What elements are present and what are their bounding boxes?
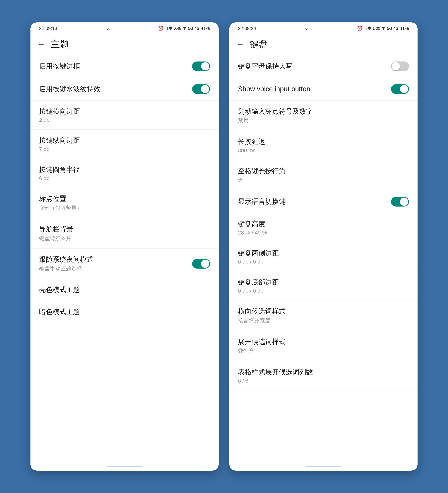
setting-label-keyboard-side-margin: 键盘两侧边距 xyxy=(238,249,409,258)
toggle-caps-lock[interactable] xyxy=(391,61,409,71)
setting-label-expanded-candidate-style: 展开候选词样式 xyxy=(238,337,409,346)
toggle-knob-follow-system-night xyxy=(201,260,209,268)
setting-text-follow-system-night: 跟随系统夜间模式 覆盖手动主题选择 xyxy=(39,255,192,272)
setting-text-long-press-delay: 长按延迟 300 ms xyxy=(238,137,409,153)
setting-text-key-horizontal-margin: 按键横向边距 2 dp xyxy=(39,107,210,123)
setting-text-horizontal-candidate-style: 横向候选词样式 按需填充宽度 xyxy=(238,307,409,324)
setting-text-enable-key-border: 启用按键边框 xyxy=(39,62,192,71)
back-button-1[interactable]: ← xyxy=(38,40,45,49)
setting-item-expanded-candidate-style[interactable]: 展开候选词样式 弹性盒 xyxy=(229,331,417,361)
setting-text-space-long-press: 空格键长按行为 无 xyxy=(238,167,409,184)
setting-sublabel-key-horizontal-margin: 2 dp xyxy=(39,117,210,123)
setting-item-voice-input-button[interactable]: Show voice input button xyxy=(229,78,417,101)
setting-label-enable-key-ripple: 启用按键水波纹特效 xyxy=(39,85,192,93)
setting-sublabel-keyboard-bottom-margin: 0 dp / 0 dp xyxy=(238,288,409,294)
setting-label-horizontal-candidate-style: 横向候选词样式 xyxy=(238,307,409,316)
status-bar-1: 22:09:13 ○ ⏰ □ ✱ 0.48 ▼ 5G 4G 41% xyxy=(31,22,219,34)
setting-sublabel-key-corner-radius: 6 dp xyxy=(39,175,210,181)
setting-label-keyboard-bottom-margin: 键盘底部边距 xyxy=(238,278,409,287)
setting-text-swipe-input: 划动输入标点符号及数字 禁用 xyxy=(238,107,409,124)
back-button-2[interactable]: ← xyxy=(237,40,244,49)
setting-item-horizontal-candidate-style[interactable]: 横向候选词样式 按需填充宽度 xyxy=(229,301,417,331)
bluetooth-icon: ✱ xyxy=(169,26,173,31)
setting-item-key-corner-radius[interactable]: 按键圆角半径 6 dp xyxy=(31,159,219,188)
time-2: 22:09:24 xyxy=(238,26,256,31)
wifi-icon-2: ▼ xyxy=(381,26,386,31)
setting-label-enable-key-border: 启用按键边框 xyxy=(39,62,192,71)
setting-sublabel-grid-candidate-columns: 6 / 8 xyxy=(238,378,409,384)
setting-item-follow-system-night[interactable]: 跟随系统夜间模式 覆盖手动主题选择 xyxy=(31,249,219,279)
setting-item-caps-lock[interactable]: 键盘字母保持大写 xyxy=(229,55,417,78)
toggle-enable-key-ripple[interactable] xyxy=(192,84,210,94)
setting-item-grid-candidate-columns[interactable]: 表格样式展开候选词列数 6 / 8 xyxy=(229,361,417,390)
setting-sublabel-keyboard-height: 28 % / 49 % xyxy=(238,230,409,236)
setting-label-light-theme: 亮色模式主题 xyxy=(39,285,210,294)
setting-text-expanded-candidate-style: 展开候选词样式 弹性盒 xyxy=(238,337,409,355)
setting-item-dark-theme[interactable]: 暗色模式主题 xyxy=(31,301,219,323)
setting-item-space-long-press[interactable]: 空格键长按行为 无 xyxy=(229,160,417,190)
setting-item-show-lang-switch[interactable]: 显示语言切换键 xyxy=(229,190,417,213)
setting-text-nav-bar-bg: 导航栏背景 键盘背景图片 xyxy=(39,225,210,242)
battery-1: 41% xyxy=(201,26,210,31)
alarm-icon-2: ⏰ xyxy=(357,26,362,31)
setting-item-keyboard-bottom-margin[interactable]: 键盘底部边距 0 dp / 0 dp xyxy=(229,271,417,301)
toggle-knob-enable-key-border xyxy=(201,62,209,70)
top-bar-2: ← 键盘 xyxy=(229,34,417,55)
battery-saver-icon: □ xyxy=(165,26,168,31)
home-indicator-2 xyxy=(306,466,341,467)
notification-icon-2: ○ xyxy=(305,26,308,31)
status-icons-2: ⏰ □ ✱ 1.00 ▼ 5G 4G 41% xyxy=(357,26,409,31)
toggle-knob-show-lang-switch xyxy=(400,198,408,206)
setting-label-voice-input-button: Show voice input button xyxy=(238,85,391,93)
setting-item-long-press-delay[interactable]: 长按延迟 300 ms xyxy=(229,131,417,160)
signal-5g-icon: 5G xyxy=(188,26,193,31)
bottom-bar-2 xyxy=(229,462,417,471)
setting-sublabel-swipe-input: 禁用 xyxy=(238,117,409,124)
signal-4g-icon: 4G xyxy=(195,26,200,31)
home-indicator-1 xyxy=(107,466,142,467)
setting-text-key-vertical-margin: 按键纵向边距 7 dp xyxy=(39,136,210,152)
setting-label-key-corner-radius: 按键圆角半径 xyxy=(39,165,210,174)
status-bar-2: 22:09:24 ○ ⏰ □ ✱ 1.00 ▼ 5G 4G 41% xyxy=(229,22,417,34)
setting-item-keyboard-height[interactable]: 键盘高度 28 % / 49 % xyxy=(229,213,417,242)
setting-sublabel-long-press-delay: 300 ms xyxy=(238,147,409,154)
setting-text-keyboard-bottom-margin: 键盘底部边距 0 dp / 0 dp xyxy=(238,278,409,294)
setting-item-punctuation-position[interactable]: 标点位置 底部（仅限竖屏） xyxy=(31,188,219,218)
toggle-show-lang-switch[interactable] xyxy=(391,197,409,207)
setting-item-key-horizontal-margin[interactable]: 按键横向边距 2 dp xyxy=(31,101,219,130)
setting-item-swipe-input[interactable]: 划动输入标点符号及数字 禁用 xyxy=(229,101,417,131)
battery-2: 41% xyxy=(400,26,409,31)
setting-item-enable-key-border[interactable]: 启用按键边框 xyxy=(31,55,219,78)
alarm-icon: ⏰ xyxy=(158,26,164,31)
settings-list-1: 启用按键边框 启用按键水波纹特效 按键横向边距 2 dp xyxy=(31,55,219,462)
toggle-follow-system-night[interactable] xyxy=(192,259,210,269)
setting-text-keyboard-height: 键盘高度 28 % / 49 % xyxy=(238,220,409,235)
data-icon: 0.48 xyxy=(174,26,181,31)
status-icons-1: ⏰ □ ✱ 0.48 ▼ 5G 4G 41% xyxy=(158,26,210,31)
setting-item-key-vertical-margin[interactable]: 按键纵向边距 7 dp xyxy=(31,130,219,159)
setting-sublabel-expanded-candidate-style: 弹性盒 xyxy=(238,347,409,355)
setting-text-grid-candidate-columns: 表格样式展开候选词列数 6 / 8 xyxy=(238,368,409,384)
setting-sublabel-space-long-press: 无 xyxy=(238,176,409,184)
screens-container: 22:09:13 ○ ⏰ □ ✱ 0.48 ▼ 5G 4G 41% ← 主题 启… xyxy=(31,22,417,471)
setting-sublabel-key-vertical-margin: 7 dp xyxy=(39,146,210,152)
setting-label-key-horizontal-margin: 按键横向边距 xyxy=(39,107,210,116)
notification-icon-1: ○ xyxy=(106,26,109,31)
setting-item-keyboard-side-margin[interactable]: 键盘两侧边距 6 dp / 0 dp xyxy=(229,242,417,271)
setting-label-caps-lock: 键盘字母保持大写 xyxy=(238,62,391,71)
setting-sublabel-keyboard-side-margin: 6 dp / 0 dp xyxy=(238,259,409,265)
toggle-knob-caps-lock xyxy=(392,62,400,70)
toggle-voice-input-button[interactable] xyxy=(391,84,409,94)
bluetooth-icon-2: ✱ xyxy=(368,26,372,31)
toggle-enable-key-border[interactable] xyxy=(192,61,210,71)
setting-label-keyboard-height: 键盘高度 xyxy=(238,220,409,228)
setting-text-enable-key-ripple: 启用按键水波纹特效 xyxy=(39,85,192,93)
setting-item-nav-bar-bg[interactable]: 导航栏背景 键盘背景图片 xyxy=(31,218,219,249)
phone-screen-1: 22:09:13 ○ ⏰ □ ✱ 0.48 ▼ 5G 4G 41% ← 主题 启… xyxy=(31,22,219,471)
wifi-icon: ▼ xyxy=(182,26,187,31)
battery-saver-icon-2: □ xyxy=(364,26,366,31)
setting-item-light-theme[interactable]: 亮色模式主题 xyxy=(31,279,219,301)
setting-label-punctuation-position: 标点位置 xyxy=(39,194,210,203)
setting-item-enable-key-ripple[interactable]: 启用按键水波纹特效 xyxy=(31,78,219,101)
settings-list-2: 键盘字母保持大写 Show voice input button 划动输入标点符… xyxy=(229,55,417,462)
